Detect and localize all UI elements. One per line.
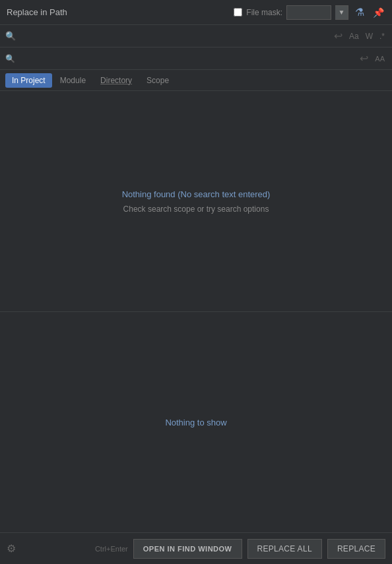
page-title: Replace in Path — [7, 7, 234, 17]
search-results-panel: Nothing found (No search text entered) C… — [0, 91, 392, 312]
file-mask-checkbox[interactable] — [234, 8, 242, 16]
preserve-case-btn[interactable]: AA — [373, 53, 387, 64]
settings-gear-icon[interactable]: ⚙ — [7, 542, 16, 555]
replace-row: 🔍 ↩ AA — [0, 47, 392, 70]
replace-row-icons: ↩ AA — [358, 51, 387, 66]
match-case-btn[interactable]: Aa — [347, 30, 361, 42]
replace-button[interactable]: REPLACE — [327, 539, 385, 559]
find-input[interactable] — [18, 31, 329, 41]
shortcut-hint: Ctrl+Enter — [95, 545, 128, 553]
undo-find-btn[interactable]: ↩ — [332, 28, 344, 44]
replace-input-area: 🔍 — [5, 53, 355, 63]
replace-preview-panel: Nothing to show — [0, 312, 392, 532]
file-mask-dropdown[interactable]: ▼ — [335, 5, 348, 20]
replace-icon: 🔍 — [5, 54, 15, 63]
find-input-area: 🔍 — [5, 31, 329, 41]
whole-word-btn[interactable]: W — [364, 30, 375, 42]
pin-icon-btn[interactable]: 📌 — [371, 5, 385, 20]
footer: ⚙ Ctrl+Enter OPEN IN FIND WINDOW REPLACE… — [0, 532, 392, 564]
nothing-found-hint: Check search scope or try search options — [123, 204, 269, 214]
header: Replace in Path File mask: ▼ ⚗ 📌 — [0, 0, 392, 25]
main-content: Nothing found (No search text entered) C… — [0, 91, 392, 532]
filter-icon-btn[interactable]: ⚗ — [352, 5, 367, 20]
find-row-icons: ↩ Aa W .* — [332, 28, 387, 44]
file-mask-input[interactable] — [286, 5, 331, 20]
undo-replace-btn[interactable]: ↩ — [358, 51, 370, 66]
replace-all-button[interactable]: REPLACE ALL — [247, 539, 322, 559]
regex-btn[interactable]: .* — [377, 30, 387, 42]
open-in-find-window-button[interactable]: OPEN IN FIND WINDOW — [133, 539, 242, 559]
find-row: 🔍 ↩ Aa W .* — [0, 25, 392, 47]
nothing-found-title: Nothing found (No search text entered) — [122, 189, 271, 199]
find-icon: 🔍 — [5, 31, 16, 41]
header-controls: File mask: ▼ ⚗ 📌 — [234, 5, 385, 20]
tab-module[interactable]: Module — [53, 73, 92, 88]
tab-directory[interactable]: Directory — [94, 73, 139, 88]
nothing-to-show-label: Nothing to show — [165, 418, 226, 427]
replace-input[interactable] — [18, 53, 355, 63]
tab-in-project[interactable]: In Project — [5, 73, 52, 88]
file-mask-label: File mask: — [246, 8, 282, 17]
scope-tabs: In Project Module Directory Scope — [0, 70, 392, 91]
tab-scope[interactable]: Scope — [140, 73, 176, 88]
